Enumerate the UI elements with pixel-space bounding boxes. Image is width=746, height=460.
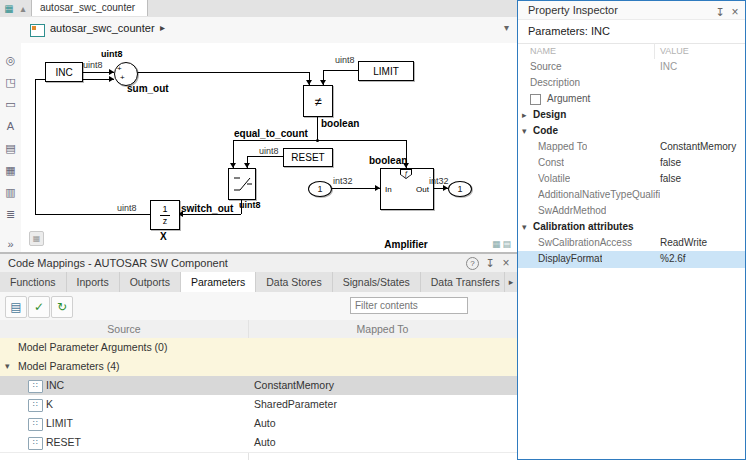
table-row-k[interactable]: ∷ K SharedParameter bbox=[0, 395, 517, 415]
row-mapped-to[interactable]: ConstantMemory bbox=[254, 376, 334, 395]
property-row-mapped-to[interactable]: Mapped To ConstantMemory bbox=[518, 139, 745, 156]
property-value[interactable]: ConstantMemory bbox=[660, 139, 736, 155]
code-mappings-title: Code Mappings - AUTOSAR SW Component bbox=[8, 257, 228, 269]
type-label-boolean: boolean bbox=[321, 118, 359, 129]
sum-plus-sign: + bbox=[117, 64, 122, 73]
table-row-limit[interactable]: ∷ LIMIT Auto bbox=[0, 414, 517, 434]
list-tool-icon[interactable]: ≣ bbox=[0, 203, 21, 225]
box-tool-icon[interactable]: ▭ bbox=[0, 93, 21, 115]
section-row-design[interactable]: ▸ Design bbox=[518, 107, 745, 124]
rows-tool-icon[interactable]: ▤ bbox=[0, 137, 21, 159]
zoom-pane-icon[interactable]: ▤ bbox=[502, 239, 513, 249]
property-value[interactable]: INC bbox=[660, 59, 677, 75]
code-mappings-pane: Code Mappings - AUTOSAR SW Component ? ↧… bbox=[0, 252, 517, 460]
property-row-const[interactable]: Const false bbox=[518, 155, 745, 172]
property-row-source[interactable]: Source INC bbox=[518, 59, 745, 76]
property-row-sw-calibration-access[interactable]: SwCalibrationAccess ReadWrite bbox=[518, 235, 745, 252]
property-row-display-format[interactable]: DisplayFormat %2.6f bbox=[518, 251, 745, 268]
refresh-icon[interactable]: ↻ bbox=[51, 296, 73, 318]
column-header-mapped-to[interactable]: Mapped To bbox=[248, 320, 517, 338]
validate-check-icon[interactable]: ✓ bbox=[28, 296, 50, 318]
zoom-icon[interactable]: ◎ bbox=[0, 49, 21, 71]
parameter-icon: ∷ bbox=[28, 380, 43, 393]
canvas-badge-icon[interactable]: ▦ bbox=[29, 231, 44, 246]
argument-checkbox[interactable] bbox=[530, 94, 541, 105]
group-row-model-parameter-arguments[interactable]: Model Parameter Arguments (0) bbox=[0, 338, 517, 358]
block-reset[interactable]: RESET bbox=[283, 148, 333, 167]
property-row-description[interactable]: Description bbox=[518, 75, 745, 92]
code-mappings-header: Code Mappings - AUTOSAR SW Component ? ↧… bbox=[0, 254, 517, 273]
property-row-additional-native-type-qualifier[interactable]: AdditionalNativeTypeQualifier bbox=[518, 187, 745, 204]
tab-inports[interactable]: Inports bbox=[67, 272, 120, 292]
property-value[interactable]: false bbox=[660, 171, 681, 187]
type-label-boolean: boolean bbox=[369, 155, 407, 166]
group-label: Model Parameter Arguments (0) bbox=[18, 338, 167, 357]
block-not-equal[interactable]: ≠ bbox=[303, 85, 333, 117]
tab-data-stores[interactable]: Data Stores bbox=[256, 272, 332, 292]
filter-contents-input[interactable] bbox=[350, 297, 468, 314]
close-icon[interactable]: × bbox=[499, 257, 513, 270]
property-value[interactable]: false bbox=[660, 155, 681, 171]
document-tab[interactable]: autosar_swc_counter bbox=[31, 0, 148, 16]
section-row-calibration-attributes[interactable]: ▾ Calibration attributes bbox=[518, 219, 745, 236]
chevron-down-icon[interactable]: ▾ bbox=[522, 123, 532, 139]
type-label: uint8 bbox=[259, 146, 279, 156]
column-header-value: VALUE bbox=[660, 43, 689, 59]
model-browser-icon[interactable]: ▦ bbox=[2, 1, 16, 16]
panel-tool-icon[interactable]: ▥ bbox=[0, 181, 21, 203]
tab-parameters[interactable]: Parameters bbox=[181, 272, 256, 292]
row-source: RESET bbox=[46, 433, 81, 452]
block-limit[interactable]: LIMIT bbox=[358, 61, 414, 81]
type-label: uint8 bbox=[83, 60, 103, 70]
fit-view-icon[interactable]: ◳ bbox=[0, 71, 21, 93]
section-row-code[interactable]: ▾ Code bbox=[518, 123, 745, 140]
wire bbox=[35, 214, 150, 215]
property-row-argument[interactable]: Argument bbox=[518, 91, 745, 108]
parameter-icon: ∷ bbox=[28, 399, 43, 412]
signal-label-equal-to-count: equal_to_count bbox=[234, 128, 308, 139]
tab-outports[interactable]: Outports bbox=[120, 272, 181, 292]
tab-signals-states[interactable]: Signals/States bbox=[333, 272, 421, 292]
pin-icon[interactable]: ↧ bbox=[483, 257, 497, 270]
update-diagram-icon[interactable]: ▤ bbox=[5, 296, 27, 318]
property-row-volatile[interactable]: Volatile false bbox=[518, 171, 745, 188]
table-row-inc[interactable]: ∷ INC ConstantMemory bbox=[0, 376, 517, 396]
image-tool-icon[interactable]: ▦ bbox=[0, 159, 21, 181]
tab-arrow-icon[interactable]: ▴ bbox=[16, 1, 30, 16]
block-switch[interactable] bbox=[228, 168, 256, 200]
inport-1[interactable]: 1 bbox=[308, 181, 332, 197]
canvas-zoom-controls[interactable]: ▦▤ bbox=[492, 239, 513, 249]
chevron-down-icon[interactable]: ▾ bbox=[522, 219, 532, 235]
property-value[interactable]: ReadWrite bbox=[660, 235, 707, 251]
palette-more-icon[interactable]: » bbox=[0, 238, 21, 250]
column-header-source[interactable]: Source bbox=[0, 320, 248, 338]
app-window: ▦ ▴ autosar_swc_counter autosar_swc_coun… bbox=[0, 0, 746, 460]
tab-data-transfers[interactable]: Data Transfers bbox=[421, 272, 505, 292]
block-inc[interactable]: INC bbox=[45, 62, 83, 82]
block-unit-delay-x[interactable]: 1 z bbox=[150, 200, 180, 230]
row-mapped-to[interactable]: Auto bbox=[254, 433, 276, 452]
chevron-right-icon[interactable]: ▸ bbox=[522, 107, 532, 123]
group-row-model-parameters[interactable]: ▾ Model Parameters (4) bbox=[0, 357, 517, 377]
row-mapped-to[interactable]: Auto bbox=[254, 414, 276, 433]
tab-functions[interactable]: Functions bbox=[0, 272, 67, 292]
annotation-tool-icon[interactable]: A bbox=[0, 115, 21, 137]
table-row-reset[interactable]: ∷ RESET Auto bbox=[0, 433, 517, 453]
tab-scroll-icon[interactable]: ▸ bbox=[504, 272, 517, 293]
outport-1[interactable]: 1 bbox=[448, 181, 472, 197]
model-icon bbox=[30, 24, 45, 37]
property-value[interactable]: %2.6f bbox=[660, 251, 686, 267]
row-mapped-to[interactable]: SharedParameter bbox=[254, 395, 337, 414]
type-label: uint8 bbox=[101, 49, 123, 59]
breadcrumb-caret-icon[interactable]: ▸ bbox=[160, 22, 165, 33]
property-row-sw-addr-method[interactable]: SwAddrMethod bbox=[518, 203, 745, 220]
property-inspector-pane: Property Inspector ↧ × Parameters: INC N… bbox=[517, 0, 746, 460]
model-canvas[interactable]: INC + + LIMIT ≠ RESET 1 z In Out ƒ 1 1 bbox=[21, 43, 517, 252]
chevron-down-icon[interactable]: ▾ bbox=[5, 357, 15, 376]
zoom-grid-icon[interactable]: ▦ bbox=[492, 239, 503, 249]
type-label: uint8 bbox=[335, 55, 355, 65]
canvas-dropdown-icon[interactable]: ▾ bbox=[504, 22, 509, 33]
help-icon[interactable]: ? bbox=[466, 257, 479, 270]
breadcrumb-item[interactable]: autosar_swc_counter bbox=[50, 22, 155, 34]
wire bbox=[178, 214, 241, 215]
